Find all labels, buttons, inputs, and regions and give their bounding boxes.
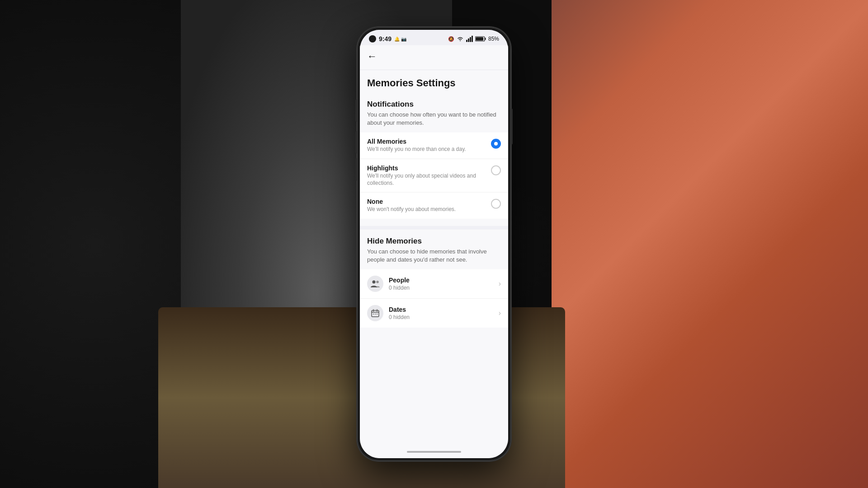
dates-subtitle: 0 hidden (389, 314, 499, 320)
people-icon (367, 276, 383, 292)
option-highlights[interactable]: Highlights We'll notify you only about s… (360, 159, 508, 192)
radio-none[interactable] (491, 199, 501, 209)
option-none-text: None We won't notify you about memories. (367, 198, 486, 213)
status-icons: 🔕 (448, 36, 499, 42)
dates-chevron-icon: › (499, 309, 501, 317)
people-chevron-icon: › (499, 280, 501, 288)
hide-memories-list: People 0 hidden › (360, 269, 508, 328)
svg-rect-2 (476, 37, 483, 41)
option-highlights-desc: We'll notify you only about special vide… (367, 173, 486, 187)
people-text: People 0 hidden (389, 277, 499, 291)
option-all-memories-title: All Memories (367, 138, 486, 145)
dates-icon (367, 305, 383, 321)
notifications-section: Notifications You can choose how often y… (360, 93, 508, 226)
home-indicator (360, 447, 508, 458)
radio-highlights[interactable] (491, 165, 501, 175)
status-time: 9:49 (379, 35, 392, 42)
option-highlights-title: Highlights (367, 164, 486, 172)
hide-memories-header: Hide Memories You can choose to hide mem… (360, 233, 508, 266)
home-bar (407, 451, 461, 453)
hide-memories-section: Hide Memories You can choose to hide mem… (360, 230, 508, 335)
page-title: Memories Settings (360, 70, 508, 93)
signal-bars (466, 36, 473, 42)
notifications-desc: You can choose how often you want to be … (367, 111, 501, 127)
option-none[interactable]: None We won't notify you about memories. (360, 192, 508, 219)
notifications-header: Notifications You can choose how often y… (360, 96, 508, 129)
option-none-title: None (367, 198, 486, 205)
dnd-icon: 🔕 (448, 36, 454, 42)
phone-screen: 9:49 🔔 📷 🔕 (360, 30, 508, 458)
svg-point-3 (373, 281, 376, 284)
notifications-options: All Memories We'll notify you no more th… (360, 132, 508, 218)
status-bar: 9:49 🔔 📷 🔕 (360, 30, 508, 45)
option-all-memories-text: All Memories We'll notify you no more th… (367, 138, 486, 153)
people-subtitle: 0 hidden (389, 285, 499, 291)
section-divider (360, 226, 508, 230)
battery-icon (475, 36, 486, 42)
top-bar: ← (360, 45, 508, 70)
hide-memories-title: Hide Memories (367, 237, 501, 246)
dates-text: Dates 0 hidden (389, 306, 499, 320)
phone-wrapper: 9:49 🔔 📷 🔕 (357, 27, 511, 461)
option-none-desc: We won't notify you about memories. (367, 206, 486, 213)
back-arrow-icon: ← (367, 51, 377, 62)
list-item-people[interactable]: People 0 hidden › (360, 269, 508, 299)
svg-rect-1 (485, 38, 486, 40)
hide-memories-desc: You can choose to hide memories that inv… (367, 248, 501, 264)
list-item-dates[interactable]: Dates 0 hidden › (360, 299, 508, 328)
camera-hole (369, 35, 376, 42)
notification-icons: 🔔 📷 (394, 37, 406, 42)
app-content[interactable]: ← Memories Settings Notifications You ca… (360, 45, 508, 447)
notifications-title: Notifications (367, 100, 501, 109)
bg-right (552, 0, 868, 488)
svg-point-4 (376, 281, 379, 283)
dates-title: Dates (389, 306, 499, 313)
phone-device: 9:49 🔔 📷 🔕 (357, 27, 511, 461)
status-left: 9:49 🔔 📷 (369, 35, 406, 42)
option-all-memories[interactable]: All Memories We'll notify you no more th… (360, 132, 508, 159)
people-title: People (389, 277, 499, 284)
option-all-memories-desc: We'll notify you no more than once a day… (367, 146, 486, 153)
wifi-icon (457, 36, 464, 42)
option-highlights-text: Highlights We'll notify you only about s… (367, 164, 486, 187)
back-button[interactable]: ← (367, 49, 501, 64)
radio-all-memories[interactable] (491, 139, 501, 149)
battery-text: 85% (488, 36, 499, 42)
